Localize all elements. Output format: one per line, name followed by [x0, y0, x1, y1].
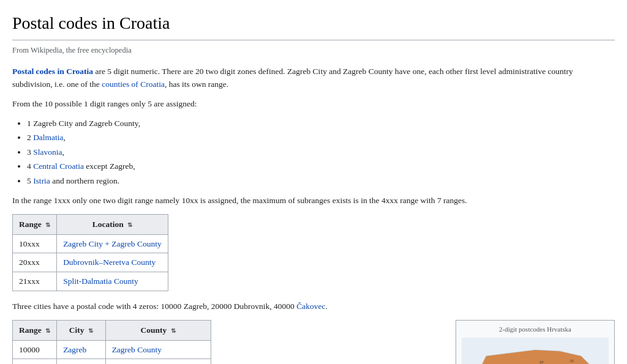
map-svg: 10 20 30 40 50 21 22 23 31: [462, 338, 609, 364]
postal-codes-link[interactable]: Postal codes in Croatia: [12, 67, 93, 76]
city-cell: Dubrovnik: [57, 359, 106, 364]
range-cell: 20000: [13, 359, 57, 364]
svg-text:31: 31: [570, 358, 575, 363]
list-item-5: 5 Istria and northern region.: [27, 174, 615, 188]
table-row: 10xxx Zagreb City + Zagreb County: [13, 234, 168, 253]
map-box: 2-digit postcodes Hrvatska 10 20 30: [456, 320, 615, 364]
county-cell: Zagreb County: [105, 340, 211, 359]
table-row: 10000 Zagreb Zagreb County: [13, 340, 211, 359]
table1-header-range[interactable]: Range ⇅: [13, 215, 57, 235]
location-cell: Dubrovnik–Neretva County: [57, 253, 168, 272]
table2-header-range[interactable]: Range ⇅: [13, 321, 57, 341]
svg-text:10: 10: [539, 360, 544, 364]
range-cell: 10000: [13, 340, 57, 359]
main-layout: Range ⇅ City ⇅ County ⇅ 10000 Zagreb Zag…: [12, 320, 615, 364]
map-title: 2-digit postcodes Hrvatska: [460, 324, 610, 335]
city-cell: Zagreb: [57, 340, 106, 359]
table1-header-location[interactable]: Location ⇅: [57, 215, 168, 235]
range-cell: 20xxx: [13, 253, 57, 272]
intro-paragraph-2: From the 10 possible 1 digit ranges only…: [12, 97, 615, 111]
table2-header-county[interactable]: County ⇅: [105, 321, 211, 341]
county-cell: Dubrovnik–Neretva County: [105, 359, 211, 364]
istria-link[interactable]: Istria: [33, 176, 50, 185]
slavonia-link[interactable]: Slavonia: [33, 147, 62, 157]
list-item-2: 2 Dalmatia,: [27, 131, 615, 144]
zagreb-link[interactable]: Zagreb: [63, 345, 86, 354]
table-2: Range ⇅ City ⇅ County ⇅ 10000 Zagreb Zag…: [12, 320, 211, 364]
location-cell: Split-Dalmatia County: [57, 272, 168, 291]
range-cell: 21xxx: [13, 272, 57, 291]
sort-icon-city: ⇅: [88, 327, 93, 334]
sort-icon-range: ⇅: [45, 221, 50, 228]
table2-header-city[interactable]: City ⇅: [57, 321, 106, 341]
sort-icon-county: ⇅: [171, 327, 176, 334]
zagreb-city-county-link[interactable]: Zagreb City + Zagreb County: [63, 239, 162, 248]
sort-icon-location: ⇅: [127, 221, 132, 228]
table-row: 21xxx Split-Dalmatia County: [13, 272, 168, 291]
list-item-4: 4 Central Croatia except Zagreb,: [27, 160, 615, 173]
zagreb-county-link[interactable]: Zagreb County: [112, 345, 162, 354]
central-croatia-link[interactable]: Central Croatia: [33, 162, 84, 171]
list-item-1: 1 Zagreb City and Zagreb County,: [27, 117, 615, 130]
main-content: Range ⇅ City ⇅ County ⇅ 10000 Zagreb Zag…: [12, 320, 443, 364]
location-cell: Zagreb City + Zagreb County: [57, 234, 168, 253]
table-1: Range ⇅ Location ⇅ 10xxx Zagreb City + Z…: [12, 214, 168, 291]
list-item-3: 3 Slavonia,: [27, 146, 615, 159]
table-row: 20xxx Dubrovnik–Neretva County: [13, 253, 168, 272]
table-row: 20000 Dubrovnik Dubrovnik–Neretva County: [13, 359, 211, 364]
page-title: Postal codes in Croatia: [12, 10, 615, 40]
digit-ranges-list: 1 Zagreb City and Zagreb County, 2 Dalma…: [27, 117, 615, 188]
intro-paragraph-1: Postal codes in Croatia are 5 digit nume…: [12, 65, 615, 91]
three-cities-description: Three cities have a postal code with 4 z…: [12, 300, 615, 313]
counties-link[interactable]: counties of Croatia: [102, 80, 165, 89]
split-dalmatia-link[interactable]: Split-Dalmatia County: [63, 277, 138, 286]
range-cell: 10xxx: [13, 234, 57, 253]
from-wiki-label: From Wikipedia, the free encyclopedia: [12, 44, 615, 56]
dalmatia-link[interactable]: Dalmatia: [33, 133, 63, 142]
sort-icon-range2: ⇅: [45, 327, 50, 334]
dubrovnik-neretva-link[interactable]: Dubrovnik–Neretva County: [63, 258, 156, 267]
cakovec-link[interactable]: Čakovec: [296, 302, 325, 311]
range-description: In the range 1xxx only one two digit ran…: [12, 194, 615, 207]
